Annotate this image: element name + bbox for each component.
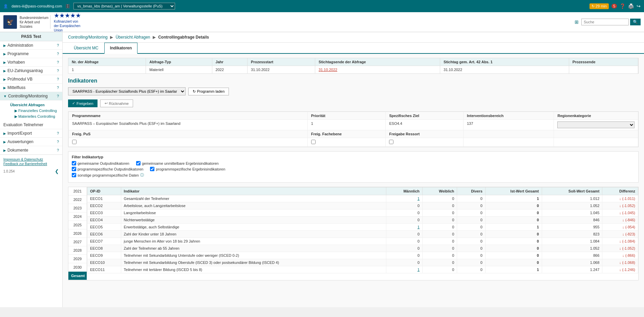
table-row: EECO4 Nichterwerbstätige 0 0 0 0 846 ↓ (… — [87, 217, 638, 224]
sidebar-item-mittelfluss[interactable]: ▶ Mittelfluss ? — [0, 84, 62, 92]
year-2022[interactable]: 2022 — [68, 196, 87, 204]
help-pruefmodul[interactable]: ? — [57, 77, 59, 81]
collapse-sidebar-button[interactable]: ❮ — [55, 168, 59, 174]
maennlich-link[interactable]: 1 — [417, 268, 420, 272]
td-indikator: Erwerbstätige, auch Selbständige — [121, 224, 386, 231]
year-gesamt[interactable]: Gesamt — [68, 272, 87, 280]
year-list: 2021 2022 2023 2024 2025 2026 2027 2028 … — [68, 187, 87, 280]
timer-value: 29 min — [596, 4, 607, 8]
filter-checkbox-1[interactable] — [136, 161, 141, 165]
sidebar-item-auswertungen[interactable]: ▶ Auswertungen ? — [0, 138, 62, 146]
instance-select[interactable]: vs_bmas_kbs (bmas)_am | Verwaltungsstell… — [73, 3, 175, 9]
sidebar-sub-ubersicht[interactable]: Übersicht Abfragen — [7, 102, 62, 108]
th-stichtag-art: Stichtag gem. Art. 42 Abs. 1 — [440, 58, 569, 66]
help-controlling[interactable]: ? — [57, 94, 59, 98]
td-weiblich: 0 — [423, 217, 457, 224]
help-import-export[interactable]: ? — [57, 131, 59, 135]
refresh-icon: ↻ — [592, 4, 595, 8]
sidebar-item-vorhaben[interactable]: ▶ Vorhaben ? — [0, 58, 62, 67]
tab-ubersicht-mc[interactable]: Übersicht MC — [68, 43, 104, 54]
ruecknahme-label: Rücknahme — [109, 101, 129, 106]
search-input[interactable] — [581, 19, 629, 25]
td-weiblich: 0 — [423, 252, 457, 259]
year-2025[interactable]: 2025 — [68, 221, 87, 229]
table-row: EECO7 junge Menschen im Alter von 18 bis… — [87, 238, 638, 245]
year-2023[interactable]: 2023 — [68, 204, 87, 212]
label-freig-pus: Freig. PuS — [69, 130, 308, 138]
sitemap-icon[interactable]: ⊞ — [575, 19, 579, 25]
feedback-link[interactable]: Feedback zur Barrierefreiheit — [3, 162, 59, 166]
load-program-button[interactable]: ↻ Programm laden — [188, 88, 229, 95]
help-auswertungen[interactable]: ? — [57, 140, 59, 144]
breadcrumb-part2: Übersicht Abfragen — [115, 35, 150, 40]
freig-pus-checkbox[interactable] — [72, 140, 77, 144]
filter-checkbox-2[interactable] — [72, 167, 76, 171]
sidebar-item-dokumente[interactable]: ▶ Dokumente ? — [0, 146, 62, 155]
th-jahr: Jahr — [212, 58, 248, 66]
year-2024[interactable]: 2024 — [68, 212, 87, 221]
info-icon[interactable]: ⓘ — [140, 173, 144, 178]
help-eu-zahlungsantrag[interactable]: ? — [57, 69, 59, 73]
sidebar-item-eu-zahlungsantrag[interactable]: ▶ EU-Zahlungsantrag ? — [0, 67, 62, 75]
maennlich-link[interactable]: 1 — [417, 197, 420, 201]
filter-checkbox-0[interactable] — [72, 161, 76, 165]
td-indikator: junge Menschen im Alter von 18 bis 29 Ja… — [121, 238, 386, 245]
td-maennlich: 1 — [386, 195, 423, 202]
version-label: 1.0.254 — [3, 169, 15, 173]
data-table: OP-ID Indikator Männlich Weiblich Divers… — [87, 187, 638, 280]
td-divers: 0 — [457, 224, 485, 231]
td-maennlich: 0 — [386, 217, 423, 224]
impressum-link[interactable]: Impressum & Datenschutz — [3, 158, 59, 161]
tab-indikatoren[interactable]: Indikatoren — [104, 43, 138, 54]
notifications-badge[interactable]: 5 — [611, 4, 617, 8]
sidebar-sub-finanzielles[interactable]: ▶ Finanzielles Controlling — [12, 108, 62, 114]
filter-item-3: programmspezifische Ergebnisindikatoren — [150, 167, 225, 171]
freigabe-ressort-checkbox[interactable] — [389, 140, 393, 144]
year-2030[interactable]: 2030 — [68, 263, 87, 272]
sidebar-item-administration[interactable]: ▶ Administration ? — [0, 41, 62, 50]
ruecknahme-button[interactable]: ↩ Rücknahme — [100, 99, 133, 107]
help-administration[interactable]: ? — [57, 43, 59, 47]
breadcrumb-current: Controllingabfrage Details — [158, 35, 209, 40]
arrow-icon: ▼ — [3, 94, 7, 98]
sidebar-item-pruefmodul[interactable]: ▶ Prüfmodul VB ? — [0, 75, 62, 84]
info-table: OP-ID Nr. der Abfrage Abfrage-Typ Jahr P… — [68, 58, 639, 74]
td-differenz: ↓ (-1.246) — [602, 266, 638, 273]
help-vorhaben[interactable]: ? — [57, 60, 59, 64]
year-2029[interactable]: 2029 — [68, 255, 87, 263]
year-2026[interactable]: 2026 — [68, 229, 87, 238]
maennlich-link[interactable]: 1 — [417, 225, 420, 229]
sidebar-label-dokumente: Dokumente — [7, 148, 28, 153]
td-divers: 0 — [457, 259, 485, 266]
help-programme[interactable]: ? — [57, 52, 59, 56]
td-op-id: EECO3 — [87, 209, 121, 217]
sidebar-item-controlling[interactable]: ▼ Controlling/Monitoring ? — [0, 92, 62, 100]
eu-text: Kofinanziert von der Europäischen Union — [54, 19, 81, 32]
search-button[interactable]: 🔍 — [630, 19, 641, 25]
sidebar-sub-materielles[interactable]: ▶ Materielles Controlling — [12, 114, 62, 119]
help-mittelfluss[interactable]: ? — [57, 86, 59, 90]
year-table-container: 2021 2022 2023 2024 2025 2026 2027 2028 … — [68, 187, 639, 280]
print-icon[interactable]: 🖨️ — [628, 3, 634, 9]
logout-icon[interactable]: ↪ — [637, 3, 641, 9]
td-indikator: Teilnehmer mit Sekundarbildung Unterstuf… — [121, 252, 386, 259]
td-divers: 0 — [457, 238, 485, 245]
arrow-icon: ▶ — [3, 149, 6, 152]
sidebar-item-import-export[interactable]: ▶ Import/Export ? — [0, 129, 62, 138]
help-icon[interactable]: ❓ — [620, 3, 625, 9]
year-2021[interactable]: 2021 — [68, 187, 87, 196]
sidebar-item-evaluation[interactable]: Evaluation Teilnehmer — [0, 121, 62, 129]
td-divers: 0 — [457, 252, 485, 259]
td-weiblich: 0 — [423, 245, 457, 252]
year-2028[interactable]: 2028 — [68, 246, 87, 255]
filter-checkbox-4[interactable] — [72, 173, 76, 177]
help-dokumente[interactable]: ? — [57, 148, 59, 152]
sidebar-item-programme[interactable]: ▶ Programme ? — [0, 50, 62, 58]
program-dropdown[interactable]: SAARPASS - Europäischer Sozialfonds Plus… — [68, 87, 186, 95]
filter-checkbox-3[interactable] — [150, 167, 154, 171]
freig-fachebene-checkbox[interactable] — [311, 140, 316, 144]
regionenkategorie-select[interactable] — [557, 121, 635, 128]
td-indikator: Gesamtzahl der Teilnehmer — [121, 195, 386, 202]
freigeben-button[interactable]: ✓ Freigeben — [68, 99, 98, 107]
year-2027[interactable]: 2027 — [68, 238, 87, 246]
